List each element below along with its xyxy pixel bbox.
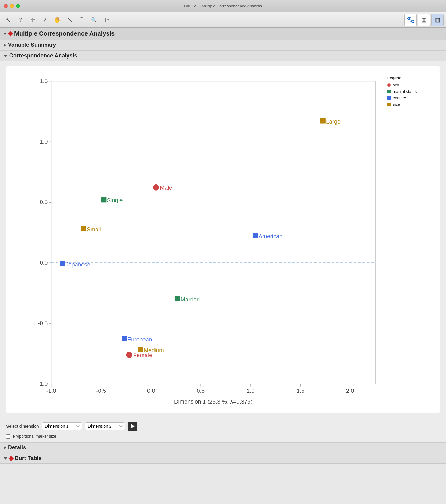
svg-text:0.5: 0.5 bbox=[40, 199, 48, 205]
dimension1-select[interactable]: Dimension 1 Dimension 2 Dimension 3 bbox=[42, 422, 82, 430]
svg-rect-35 bbox=[101, 197, 106, 202]
mca-section-header[interactable]: Multiple Correspondence Analysis bbox=[0, 28, 446, 40]
select-dimension-label: Select dimension bbox=[6, 424, 39, 429]
legend-sex-dot bbox=[387, 83, 391, 87]
jmp-logo-button[interactable]: 🐾 bbox=[404, 14, 417, 26]
proportional-marker-row: Proportional marker size bbox=[6, 434, 440, 439]
toolbar-right: 🐾 ▦ ▥ bbox=[404, 14, 444, 26]
svg-text:-1.0: -1.0 bbox=[46, 388, 56, 394]
svg-text:0.0: 0.0 bbox=[147, 388, 155, 394]
traffic-lights bbox=[4, 4, 20, 8]
svg-text:Married: Married bbox=[181, 296, 200, 303]
details-title: Details bbox=[8, 444, 26, 451]
svg-text:Male: Male bbox=[160, 184, 172, 191]
dimension-row: Select dimension Dimension 1 Dimension 2… bbox=[6, 422, 440, 431]
window-title: Car Poll - Multiple Correspondence Analy… bbox=[184, 4, 262, 8]
svg-point-49 bbox=[126, 352, 132, 358]
svg-text:-1.0: -1.0 bbox=[38, 380, 48, 387]
svg-rect-31 bbox=[320, 118, 326, 123]
svg-text:2.0: 2.0 bbox=[346, 388, 354, 394]
svg-text:-0.5: -0.5 bbox=[96, 388, 106, 394]
svg-text:Small: Small bbox=[87, 226, 101, 233]
ca-header[interactable]: Correspondence Analysis bbox=[0, 51, 446, 61]
mca-diamond-icon bbox=[8, 31, 13, 36]
legend-item-marital: marital status bbox=[387, 89, 430, 94]
details-section: Details bbox=[0, 442, 446, 453]
svg-text:Large: Large bbox=[326, 118, 340, 125]
ca-section: Correspondence Analysis Dimension 2 (18.… bbox=[0, 51, 446, 442]
svg-text:European: European bbox=[127, 336, 152, 343]
chart-container: Dimension 2 (18.8 %, λ=0.282) bbox=[6, 66, 440, 413]
burt-section: Burt Table bbox=[0, 453, 446, 464]
svg-rect-45 bbox=[122, 336, 127, 341]
table1-button[interactable]: ▦ bbox=[418, 14, 430, 26]
dimension2-select[interactable]: Dimension 1 Dimension 2 Dimension 3 bbox=[85, 422, 125, 430]
svg-text:1.0: 1.0 bbox=[40, 138, 48, 145]
minimize-button[interactable] bbox=[10, 4, 14, 8]
svg-rect-43 bbox=[175, 296, 180, 301]
svg-rect-47 bbox=[138, 347, 143, 352]
details-header[interactable]: Details bbox=[0, 443, 446, 453]
svg-text:-0.5: -0.5 bbox=[38, 320, 48, 326]
legend-marital-square bbox=[387, 90, 391, 93]
svg-text:Single: Single bbox=[107, 197, 123, 203]
legend-item-country: country bbox=[387, 96, 430, 100]
play-button[interactable] bbox=[128, 422, 137, 431]
svg-text:0.5: 0.5 bbox=[197, 388, 205, 394]
chart-legend: Legend sex marital status country size bbox=[384, 73, 433, 407]
legend-country-square bbox=[387, 96, 391, 100]
variable-summary-section: Variable Summary bbox=[0, 40, 446, 51]
crosshair-tool[interactable]: ✛x bbox=[101, 14, 112, 26]
close-button[interactable] bbox=[4, 4, 8, 8]
brush-tool[interactable]: ⛏ bbox=[64, 14, 75, 26]
svg-rect-41 bbox=[60, 261, 65, 266]
svg-text:Female: Female bbox=[133, 352, 152, 358]
main-content: Multiple Correspondence Analysis Variabl… bbox=[0, 28, 446, 470]
hand-tool[interactable]: 🖐 bbox=[52, 14, 63, 26]
proportional-marker-checkbox[interactable] bbox=[6, 434, 10, 439]
burt-diamond-icon bbox=[9, 456, 14, 461]
legend-country-label: country bbox=[393, 96, 406, 100]
svg-text:1.0: 1.0 bbox=[247, 388, 255, 394]
variable-summary-collapse-icon bbox=[4, 43, 6, 47]
svg-rect-37 bbox=[81, 226, 86, 231]
burt-header[interactable]: Burt Table bbox=[0, 453, 446, 464]
scatter-plot[interactable]: -1.0 -0.5 0.0 0.5 1.0 1.5 2.0 bbox=[25, 73, 384, 406]
toolbar: ↖ ? ✛ ⤢ 🖐 ⛏ ⌒ 🔍 ✛x 🐾 ▦ ▥ bbox=[0, 12, 446, 28]
legend-item-size: size bbox=[387, 102, 430, 107]
arrow-tool[interactable]: ↖ bbox=[2, 14, 14, 26]
legend-size-label: size bbox=[393, 102, 400, 107]
legend-item-sex: sex bbox=[387, 83, 430, 87]
legend-size-square bbox=[387, 103, 391, 106]
burt-title: Burt Table bbox=[15, 455, 42, 462]
details-collapse-icon bbox=[4, 446, 6, 450]
svg-text:1.5: 1.5 bbox=[40, 78, 48, 84]
help-tool[interactable]: ? bbox=[15, 14, 26, 26]
move4-tool[interactable]: ✛ bbox=[27, 14, 38, 26]
bottom-sections: Details Burt Table bbox=[0, 442, 446, 470]
variable-summary-header[interactable]: Variable Summary bbox=[0, 40, 446, 50]
svg-rect-39 bbox=[253, 233, 258, 238]
maximize-button[interactable] bbox=[16, 4, 20, 8]
mca-title: Multiple Correspondence Analysis bbox=[14, 30, 115, 37]
legend-sex-label: sex bbox=[393, 83, 399, 87]
variable-summary-title: Variable Summary bbox=[8, 42, 56, 48]
svg-point-33 bbox=[153, 184, 159, 191]
resize-tool[interactable]: ⤢ bbox=[39, 14, 50, 26]
burt-collapse-icon bbox=[4, 457, 7, 460]
ca-collapse-icon bbox=[4, 55, 7, 57]
title-bar: Car Poll - Multiple Correspondence Analy… bbox=[0, 0, 446, 12]
ca-title: Correspondence Analysis bbox=[9, 53, 77, 59]
chart-area: -1.0 -0.5 0.0 0.5 1.0 1.5 2.0 bbox=[25, 73, 384, 407]
svg-text:1.5: 1.5 bbox=[297, 388, 305, 394]
legend-title: Legend bbox=[387, 76, 430, 80]
lasso-tool[interactable]: ⌒ bbox=[76, 14, 87, 26]
legend-marital-label: marital status bbox=[393, 89, 417, 94]
proportional-marker-label: Proportional marker size bbox=[13, 434, 56, 439]
svg-text:American: American bbox=[258, 233, 282, 239]
zoom-tool[interactable]: 🔍 bbox=[88, 14, 100, 26]
mca-collapse-icon bbox=[3, 33, 7, 35]
svg-rect-1 bbox=[51, 81, 376, 384]
table2-button[interactable]: ▥ bbox=[431, 14, 444, 26]
svg-text:0.0: 0.0 bbox=[40, 259, 48, 266]
